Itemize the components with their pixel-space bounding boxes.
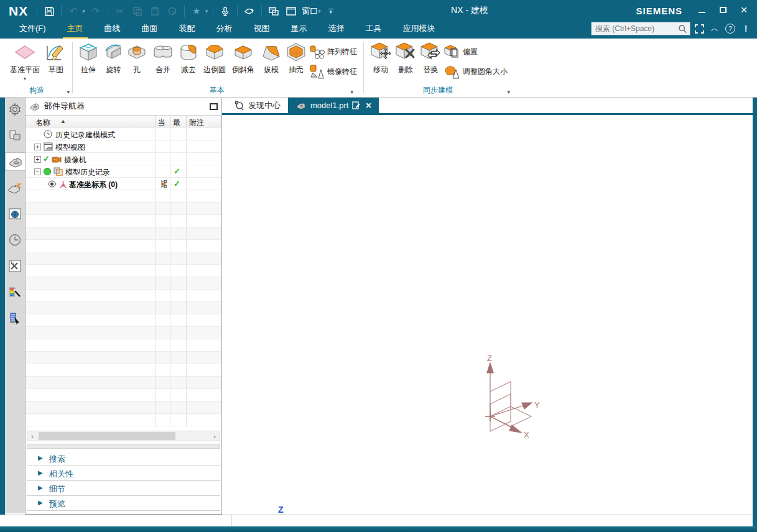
collapse-ribbon-icon[interactable]: ︿: [708, 23, 721, 34]
delete-button[interactable]: 删除: [392, 41, 419, 75]
help-icon[interactable]: ?: [725, 24, 735, 34]
tree-row-cameras[interactable]: + ✓ 摄像机: [26, 153, 221, 165]
scroll-left-icon[interactable]: ‹: [27, 433, 37, 440]
group-basic-dropdown-icon[interactable]: ▾: [350, 89, 353, 95]
expand-icon[interactable]: +: [34, 144, 41, 150]
cut-icon[interactable]: ✂: [113, 4, 127, 18]
datum-csys[interactable]: Z Y X: [476, 354, 544, 438]
offset-button[interactable]: 偏置: [444, 44, 478, 60]
column-name[interactable]: 名称: [35, 117, 50, 128]
mirror-feature-button[interactable]: 镜像特征: [309, 63, 357, 80]
tab-tools[interactable]: 工具: [355, 21, 392, 39]
undo-dropdown-icon[interactable]: ▾: [82, 8, 85, 14]
close-button[interactable]: ✕: [736, 2, 752, 17]
tab-close-icon[interactable]: ✕: [365, 101, 371, 110]
section-details[interactable]: ▶ 细节: [26, 481, 221, 496]
datum-plane-dropdown-icon[interactable]: ▾: [24, 76, 26, 81]
hole-button[interactable]: 孔: [126, 41, 148, 75]
move-button[interactable]: 移动: [367, 41, 394, 75]
minimize-button[interactable]: [694, 2, 710, 17]
model-viewport[interactable]: Z Y X: [222, 115, 753, 515]
maximize-window-icon[interactable]: [284, 4, 298, 18]
tab-selection[interactable]: 选择: [318, 21, 355, 39]
group-construct-dropdown-icon[interactable]: ▾: [67, 89, 70, 95]
tab-assembly[interactable]: 装配: [169, 21, 206, 39]
expand-icon[interactable]: +: [34, 156, 41, 163]
alert-icon[interactable]: !: [740, 24, 752, 34]
status-dot-icon[interactable]: [44, 168, 51, 175]
command-finder-icon[interactable]: [243, 4, 256, 18]
cascade-windows-icon[interactable]: [267, 4, 281, 18]
tab-view[interactable]: 视图: [243, 21, 281, 39]
tab-application[interactable]: 应用模块: [392, 21, 446, 39]
subtract-button[interactable]: 减去: [175, 41, 202, 75]
voice-command-icon[interactable]: [218, 4, 232, 18]
tree-row-model-views[interactable]: + 模型视图: [26, 140, 221, 153]
panel-splitter[interactable]: [27, 444, 220, 449]
draft-button[interactable]: 拔模: [258, 41, 285, 75]
tab-analysis[interactable]: 分析: [206, 21, 243, 39]
datum-plane-button[interactable]: 基准平面 ▾: [6, 41, 44, 81]
column-latest[interactable]: 最: [173, 117, 180, 128]
replace-button[interactable]: 替换: [417, 41, 444, 75]
favorites-dropdown-icon[interactable]: ▾: [205, 8, 208, 14]
save-icon[interactable]: [42, 4, 56, 18]
navigator-column-header[interactable]: 名称 ▲ 当 最 附注: [26, 115, 221, 127]
tree-row-history-mode[interactable]: 历史记录建模模式: [26, 128, 221, 140]
visualization-icon[interactable]: [6, 309, 24, 328]
copy-icon[interactable]: [131, 4, 144, 18]
history-clock-icon[interactable]: [6, 231, 24, 249]
group-sync-dropdown-icon[interactable]: ▾: [507, 89, 510, 95]
collapse-icon[interactable]: −: [34, 168, 41, 175]
unite-button[interactable]: 合并: [149, 41, 177, 75]
edge-blend-button[interactable]: 边倒圆: [200, 41, 229, 75]
chamfer-button[interactable]: 倒斜角: [229, 41, 258, 75]
check-icon[interactable]: ✓: [43, 154, 50, 163]
constraint-navigator-icon[interactable]: [6, 178, 24, 197]
command-search[interactable]: [591, 22, 690, 35]
sketch-button[interactable]: 草图: [44, 41, 68, 75]
scroll-right-icon[interactable]: ›: [210, 433, 220, 440]
minimize-ribbon-icon[interactable]: ▾: [328, 9, 333, 14]
visibility-eye-icon[interactable]: [47, 179, 57, 189]
undo-icon[interactable]: ↶: [67, 4, 80, 18]
resize-blend-button[interactable]: 调整圆角大小: [444, 63, 508, 80]
roles-rainbow-icon[interactable]: [6, 283, 24, 301]
column-current[interactable]: 当: [158, 117, 165, 128]
current-feature-icon[interactable]: [159, 179, 169, 189]
tools-icon[interactable]: [6, 257, 24, 275]
roles-gear-icon[interactable]: [6, 100, 24, 119]
search-input[interactable]: [595, 24, 678, 33]
tab-home[interactable]: 主页: [57, 21, 94, 39]
tab-surface[interactable]: 曲面: [131, 21, 169, 39]
scrollbar-thumb[interactable]: [39, 432, 175, 440]
tree-row-model-history[interactable]: − 模型历史记录 ✓: [26, 165, 221, 178]
tree-row-datum-csys[interactable]: 基准坐标系 (0) ✓: [26, 178, 221, 190]
part-navigator-icon[interactable]: [5, 152, 25, 171]
tab-curve[interactable]: 曲线: [94, 21, 131, 39]
web-browser-icon[interactable]: [6, 204, 24, 223]
extrude-button[interactable]: 拉伸: [75, 41, 102, 75]
section-dependencies[interactable]: ▶ 相关性: [26, 466, 221, 481]
maximize-button[interactable]: [715, 2, 731, 17]
horizontal-scrollbar[interactable]: ‹ ›: [27, 431, 220, 441]
tab-display[interactable]: 显示: [281, 21, 318, 39]
section-preview[interactable]: ▶ 预览: [26, 496, 221, 511]
sort-ascending-icon[interactable]: ▲: [60, 118, 66, 124]
section-search[interactable]: ▶ 搜索: [26, 451, 221, 466]
favorites-star-icon[interactable]: ★: [190, 4, 203, 18]
tab-file[interactable]: 文件(F): [9, 21, 57, 39]
tab-model1-prt[interactable]: model1.prt ✕: [288, 98, 379, 113]
revolve-button[interactable]: 旋转: [100, 41, 127, 75]
pattern-feature-button[interactable]: 阵列特征: [309, 44, 357, 60]
column-note[interactable]: 附注: [189, 117, 204, 128]
shell-button[interactable]: 抽壳: [282, 41, 310, 75]
undock-panel-icon[interactable]: [210, 103, 218, 110]
assembly-navigator-icon[interactable]: [6, 126, 24, 145]
window-menu[interactable]: 窗口 ▾: [302, 6, 321, 17]
fullscreen-icon[interactable]: [695, 24, 704, 34]
redo-icon[interactable]: ↷: [89, 4, 103, 18]
tab-discovery-center[interactable]: 发现中心: [227, 98, 288, 113]
paste-icon[interactable]: [148, 4, 162, 18]
transform-icon[interactable]: [165, 4, 179, 18]
